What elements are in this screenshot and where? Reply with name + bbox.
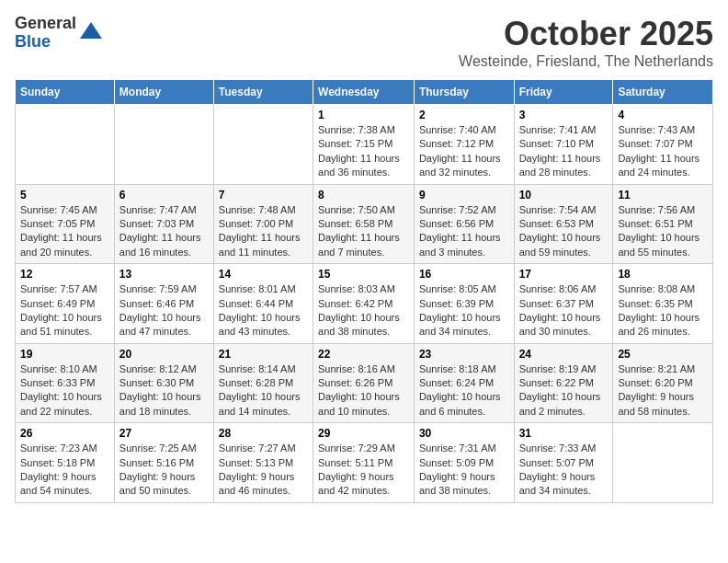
day-number: 9 — [419, 189, 509, 201]
day-info: Sunrise: 7:59 AM Sunset: 6:46 PM Dayligh… — [119, 282, 209, 339]
month-title: October 2025 — [459, 15, 713, 53]
calendar-cell: 5Sunrise: 7:45 AM Sunset: 7:05 PM Daylig… — [16, 184, 115, 264]
title-block: October 2025 Westeinde, Friesland, The N… — [459, 15, 713, 70]
calendar-cell: 9Sunrise: 7:52 AM Sunset: 6:56 PM Daylig… — [414, 184, 514, 264]
day-number: 31 — [519, 427, 609, 440]
logo-text: General Blue — [15, 15, 76, 52]
day-info: Sunrise: 7:31 AM Sunset: 5:09 PM Dayligh… — [419, 442, 509, 499]
day-info: Sunrise: 7:56 AM Sunset: 6:51 PM Dayligh… — [618, 203, 708, 260]
day-info: Sunrise: 8:08 AM Sunset: 6:35 PM Dayligh… — [618, 282, 708, 339]
day-number: 16 — [419, 268, 509, 281]
day-info: Sunrise: 7:27 AM Sunset: 5:13 PM Dayligh… — [219, 442, 308, 499]
day-number: 27 — [119, 427, 209, 440]
day-number: 11 — [618, 189, 708, 201]
day-number: 1 — [318, 109, 409, 121]
calendar-cell — [213, 105, 313, 185]
day-number: 12 — [20, 268, 109, 281]
day-number: 3 — [519, 109, 609, 121]
calendar-cell: 16Sunrise: 8:05 AM Sunset: 6:39 PM Dayli… — [414, 264, 514, 344]
day-info: Sunrise: 8:01 AM Sunset: 6:44 PM Dayligh… — [219, 282, 308, 339]
day-info: Sunrise: 7:43 AM Sunset: 7:07 PM Dayligh… — [618, 123, 708, 180]
day-info: Sunrise: 7:47 AM Sunset: 7:03 PM Dayligh… — [119, 203, 209, 260]
day-number: 24 — [519, 348, 609, 361]
calendar-cell: 10Sunrise: 7:54 AM Sunset: 6:53 PM Dayli… — [514, 184, 613, 264]
day-number: 15 — [318, 268, 409, 281]
day-number: 30 — [419, 427, 509, 440]
calendar-cell: 28Sunrise: 7:27 AM Sunset: 5:13 PM Dayli… — [213, 423, 313, 503]
logo-blue: Blue — [15, 33, 76, 52]
day-info: Sunrise: 7:25 AM Sunset: 5:16 PM Dayligh… — [119, 442, 209, 499]
calendar-cell: 13Sunrise: 7:59 AM Sunset: 6:46 PM Dayli… — [114, 264, 213, 344]
day-number: 17 — [519, 268, 609, 281]
day-number: 6 — [119, 189, 209, 201]
calendar-cell: 18Sunrise: 8:08 AM Sunset: 6:35 PM Dayli… — [613, 264, 713, 344]
day-info: Sunrise: 7:48 AM Sunset: 7:00 PM Dayligh… — [219, 203, 308, 260]
logo: General Blue — [15, 15, 104, 52]
day-info: Sunrise: 7:38 AM Sunset: 7:15 PM Dayligh… — [318, 123, 409, 180]
day-info: Sunrise: 8:05 AM Sunset: 6:39 PM Dayligh… — [419, 282, 509, 339]
day-number: 13 — [119, 268, 209, 281]
calendar-cell — [613, 423, 713, 503]
day-number: 22 — [318, 348, 409, 361]
day-number: 23 — [419, 348, 509, 361]
weekday-header-row: SundayMondayTuesdayWednesdayThursdayFrid… — [16, 80, 713, 105]
day-info: Sunrise: 8:03 AM Sunset: 6:42 PM Dayligh… — [318, 282, 409, 339]
day-info: Sunrise: 7:29 AM Sunset: 5:11 PM Dayligh… — [318, 442, 409, 499]
day-number: 26 — [20, 427, 109, 440]
day-info: Sunrise: 8:06 AM Sunset: 6:37 PM Dayligh… — [519, 282, 609, 339]
calendar-week-row: 26Sunrise: 7:23 AM Sunset: 5:18 PM Dayli… — [16, 423, 713, 503]
day-info: Sunrise: 7:45 AM Sunset: 7:05 PM Dayligh… — [20, 203, 109, 260]
day-info: Sunrise: 7:50 AM Sunset: 6:58 PM Dayligh… — [318, 203, 409, 260]
calendar-cell: 8Sunrise: 7:50 AM Sunset: 6:58 PM Daylig… — [313, 184, 415, 264]
location: Westeinde, Friesland, The Netherlands — [459, 53, 713, 70]
day-info: Sunrise: 8:12 AM Sunset: 6:30 PM Dayligh… — [119, 362, 209, 419]
day-info: Sunrise: 7:52 AM Sunset: 6:56 PM Dayligh… — [419, 203, 509, 260]
calendar-cell: 11Sunrise: 7:56 AM Sunset: 6:51 PM Dayli… — [613, 184, 713, 264]
logo-general: General — [15, 15, 76, 33]
logo-icon — [78, 20, 104, 46]
day-number: 25 — [618, 348, 708, 361]
calendar-cell: 25Sunrise: 8:21 AM Sunset: 6:20 PM Dayli… — [613, 343, 713, 423]
weekday-header: Saturday — [613, 80, 713, 105]
calendar-cell: 27Sunrise: 7:25 AM Sunset: 5:16 PM Dayli… — [114, 423, 213, 503]
calendar-cell: 2Sunrise: 7:40 AM Sunset: 7:12 PM Daylig… — [414, 105, 514, 185]
calendar-week-row: 5Sunrise: 7:45 AM Sunset: 7:05 PM Daylig… — [16, 184, 713, 264]
calendar-cell: 12Sunrise: 7:57 AM Sunset: 6:49 PM Dayli… — [16, 264, 115, 344]
calendar-cell: 29Sunrise: 7:29 AM Sunset: 5:11 PM Dayli… — [313, 423, 415, 503]
calendar-cell: 26Sunrise: 7:23 AM Sunset: 5:18 PM Dayli… — [16, 423, 115, 503]
calendar-cell: 1Sunrise: 7:38 AM Sunset: 7:15 PM Daylig… — [313, 105, 415, 185]
calendar-cell: 14Sunrise: 8:01 AM Sunset: 6:44 PM Dayli… — [213, 264, 313, 344]
calendar-cell: 19Sunrise: 8:10 AM Sunset: 6:33 PM Dayli… — [16, 343, 115, 423]
day-info: Sunrise: 8:21 AM Sunset: 6:20 PM Dayligh… — [618, 362, 708, 419]
calendar-week-row: 1Sunrise: 7:38 AM Sunset: 7:15 PM Daylig… — [16, 105, 713, 185]
calendar-cell — [114, 105, 213, 185]
day-number: 7 — [219, 189, 308, 201]
day-info: Sunrise: 7:23 AM Sunset: 5:18 PM Dayligh… — [20, 442, 109, 499]
calendar-cell: 4Sunrise: 7:43 AM Sunset: 7:07 PM Daylig… — [613, 105, 713, 185]
calendar-cell: 31Sunrise: 7:33 AM Sunset: 5:07 PM Dayli… — [514, 423, 613, 503]
day-number: 29 — [318, 427, 409, 440]
calendar-week-row: 19Sunrise: 8:10 AM Sunset: 6:33 PM Dayli… — [16, 343, 713, 423]
weekday-header: Wednesday — [313, 80, 415, 105]
calendar-cell: 22Sunrise: 8:16 AM Sunset: 6:26 PM Dayli… — [313, 343, 415, 423]
day-number: 19 — [20, 348, 109, 361]
day-info: Sunrise: 8:19 AM Sunset: 6:22 PM Dayligh… — [519, 362, 609, 419]
day-info: Sunrise: 7:54 AM Sunset: 6:53 PM Dayligh… — [519, 203, 609, 260]
day-number: 5 — [20, 189, 109, 201]
calendar-cell: 7Sunrise: 7:48 AM Sunset: 7:00 PM Daylig… — [213, 184, 313, 264]
calendar-cell: 30Sunrise: 7:31 AM Sunset: 5:09 PM Dayli… — [414, 423, 514, 503]
weekday-header: Monday — [114, 80, 213, 105]
day-number: 14 — [219, 268, 308, 281]
calendar-cell: 6Sunrise: 7:47 AM Sunset: 7:03 PM Daylig… — [114, 184, 213, 264]
day-info: Sunrise: 7:40 AM Sunset: 7:12 PM Dayligh… — [419, 123, 509, 180]
svg-marker-0 — [80, 22, 102, 39]
calendar-cell: 17Sunrise: 8:06 AM Sunset: 6:37 PM Dayli… — [514, 264, 613, 344]
calendar-cell: 20Sunrise: 8:12 AM Sunset: 6:30 PM Dayli… — [114, 343, 213, 423]
calendar-table: SundayMondayTuesdayWednesdayThursdayFrid… — [15, 79, 713, 503]
calendar-cell: 21Sunrise: 8:14 AM Sunset: 6:28 PM Dayli… — [213, 343, 313, 423]
day-number: 10 — [519, 189, 609, 201]
weekday-header: Sunday — [16, 80, 115, 105]
weekday-header: Tuesday — [213, 80, 313, 105]
day-info: Sunrise: 8:10 AM Sunset: 6:33 PM Dayligh… — [20, 362, 109, 419]
calendar-cell: 3Sunrise: 7:41 AM Sunset: 7:10 PM Daylig… — [514, 105, 613, 185]
